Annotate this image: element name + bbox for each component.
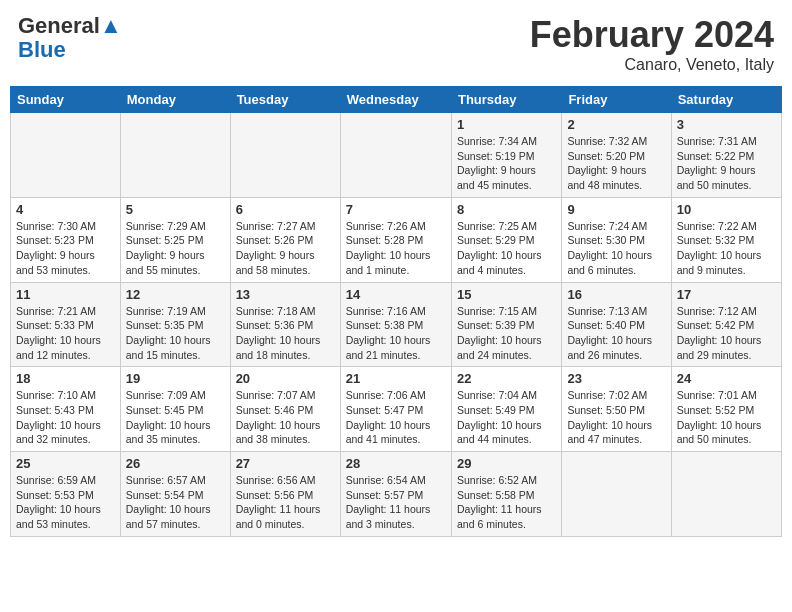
day-number: 23	[567, 371, 665, 386]
calendar-cell: 14Sunrise: 7:16 AM Sunset: 5:38 PM Dayli…	[340, 282, 451, 367]
calendar-cell: 26Sunrise: 6:57 AM Sunset: 5:54 PM Dayli…	[120, 452, 230, 537]
day-info: Sunrise: 7:02 AM Sunset: 5:50 PM Dayligh…	[567, 388, 665, 447]
day-info: Sunrise: 7:22 AM Sunset: 5:32 PM Dayligh…	[677, 219, 776, 278]
calendar-cell: 11Sunrise: 7:21 AM Sunset: 5:33 PM Dayli…	[11, 282, 121, 367]
day-number: 5	[126, 202, 225, 217]
day-number: 20	[236, 371, 335, 386]
calendar-cell: 17Sunrise: 7:12 AM Sunset: 5:42 PM Dayli…	[671, 282, 781, 367]
day-info: Sunrise: 6:59 AM Sunset: 5:53 PM Dayligh…	[16, 473, 115, 532]
day-info: Sunrise: 7:06 AM Sunset: 5:47 PM Dayligh…	[346, 388, 446, 447]
calendar-cell: 5Sunrise: 7:29 AM Sunset: 5:25 PM Daylig…	[120, 197, 230, 282]
calendar-cell: 3Sunrise: 7:31 AM Sunset: 5:22 PM Daylig…	[671, 113, 781, 198]
calendar-cell: 2Sunrise: 7:32 AM Sunset: 5:20 PM Daylig…	[562, 113, 671, 198]
logo-blue: Blue	[18, 38, 122, 62]
day-number: 2	[567, 117, 665, 132]
title-block: February 2024 Canaro, Veneto, Italy	[530, 14, 774, 74]
day-number: 1	[457, 117, 556, 132]
day-number: 19	[126, 371, 225, 386]
logo: General▲ Blue	[18, 14, 122, 62]
calendar-cell	[562, 452, 671, 537]
day-number: 4	[16, 202, 115, 217]
weekday-header-monday: Monday	[120, 87, 230, 113]
location: Canaro, Veneto, Italy	[530, 56, 774, 74]
day-number: 25	[16, 456, 115, 471]
calendar-cell	[340, 113, 451, 198]
weekday-header-sunday: Sunday	[11, 87, 121, 113]
calendar-cell: 23Sunrise: 7:02 AM Sunset: 5:50 PM Dayli…	[562, 367, 671, 452]
calendar-cell: 25Sunrise: 6:59 AM Sunset: 5:53 PM Dayli…	[11, 452, 121, 537]
day-info: Sunrise: 7:09 AM Sunset: 5:45 PM Dayligh…	[126, 388, 225, 447]
calendar-cell	[230, 113, 340, 198]
day-info: Sunrise: 7:21 AM Sunset: 5:33 PM Dayligh…	[16, 304, 115, 363]
calendar-cell: 6Sunrise: 7:27 AM Sunset: 5:26 PM Daylig…	[230, 197, 340, 282]
calendar-cell	[11, 113, 121, 198]
day-info: Sunrise: 7:26 AM Sunset: 5:28 PM Dayligh…	[346, 219, 446, 278]
day-number: 10	[677, 202, 776, 217]
calendar-cell: 12Sunrise: 7:19 AM Sunset: 5:35 PM Dayli…	[120, 282, 230, 367]
calendar-week-3: 11Sunrise: 7:21 AM Sunset: 5:33 PM Dayli…	[11, 282, 782, 367]
day-number: 16	[567, 287, 665, 302]
day-info: Sunrise: 7:25 AM Sunset: 5:29 PM Dayligh…	[457, 219, 556, 278]
day-info: Sunrise: 7:07 AM Sunset: 5:46 PM Dayligh…	[236, 388, 335, 447]
day-info: Sunrise: 6:57 AM Sunset: 5:54 PM Dayligh…	[126, 473, 225, 532]
day-info: Sunrise: 7:15 AM Sunset: 5:39 PM Dayligh…	[457, 304, 556, 363]
day-info: Sunrise: 7:29 AM Sunset: 5:25 PM Dayligh…	[126, 219, 225, 278]
logo-text: General▲	[18, 14, 122, 38]
calendar-cell: 21Sunrise: 7:06 AM Sunset: 5:47 PM Dayli…	[340, 367, 451, 452]
weekday-header-tuesday: Tuesday	[230, 87, 340, 113]
day-info: Sunrise: 7:19 AM Sunset: 5:35 PM Dayligh…	[126, 304, 225, 363]
day-info: Sunrise: 7:31 AM Sunset: 5:22 PM Dayligh…	[677, 134, 776, 193]
calendar-table: SundayMondayTuesdayWednesdayThursdayFrid…	[10, 86, 782, 537]
day-info: Sunrise: 7:32 AM Sunset: 5:20 PM Dayligh…	[567, 134, 665, 193]
weekday-header-friday: Friday	[562, 87, 671, 113]
day-number: 8	[457, 202, 556, 217]
day-number: 9	[567, 202, 665, 217]
weekday-header-saturday: Saturday	[671, 87, 781, 113]
calendar-cell	[120, 113, 230, 198]
calendar-cell: 10Sunrise: 7:22 AM Sunset: 5:32 PM Dayli…	[671, 197, 781, 282]
calendar-cell: 29Sunrise: 6:52 AM Sunset: 5:58 PM Dayli…	[451, 452, 561, 537]
weekday-header-row: SundayMondayTuesdayWednesdayThursdayFrid…	[11, 87, 782, 113]
calendar-cell: 16Sunrise: 7:13 AM Sunset: 5:40 PM Dayli…	[562, 282, 671, 367]
calendar-week-1: 1Sunrise: 7:34 AM Sunset: 5:19 PM Daylig…	[11, 113, 782, 198]
day-info: Sunrise: 7:18 AM Sunset: 5:36 PM Dayligh…	[236, 304, 335, 363]
calendar-cell: 22Sunrise: 7:04 AM Sunset: 5:49 PM Dayli…	[451, 367, 561, 452]
day-info: Sunrise: 7:16 AM Sunset: 5:38 PM Dayligh…	[346, 304, 446, 363]
calendar-cell: 9Sunrise: 7:24 AM Sunset: 5:30 PM Daylig…	[562, 197, 671, 282]
day-number: 7	[346, 202, 446, 217]
day-info: Sunrise: 7:04 AM Sunset: 5:49 PM Dayligh…	[457, 388, 556, 447]
day-number: 15	[457, 287, 556, 302]
calendar-cell: 19Sunrise: 7:09 AM Sunset: 5:45 PM Dayli…	[120, 367, 230, 452]
page-header: General▲ Blue February 2024 Canaro, Vene…	[10, 10, 782, 78]
day-number: 27	[236, 456, 335, 471]
calendar-cell: 28Sunrise: 6:54 AM Sunset: 5:57 PM Dayli…	[340, 452, 451, 537]
calendar-cell: 13Sunrise: 7:18 AM Sunset: 5:36 PM Dayli…	[230, 282, 340, 367]
calendar-cell: 15Sunrise: 7:15 AM Sunset: 5:39 PM Dayli…	[451, 282, 561, 367]
day-number: 13	[236, 287, 335, 302]
day-number: 14	[346, 287, 446, 302]
day-number: 11	[16, 287, 115, 302]
day-number: 17	[677, 287, 776, 302]
day-info: Sunrise: 7:12 AM Sunset: 5:42 PM Dayligh…	[677, 304, 776, 363]
day-info: Sunrise: 7:30 AM Sunset: 5:23 PM Dayligh…	[16, 219, 115, 278]
calendar-cell: 24Sunrise: 7:01 AM Sunset: 5:52 PM Dayli…	[671, 367, 781, 452]
calendar-cell: 7Sunrise: 7:26 AM Sunset: 5:28 PM Daylig…	[340, 197, 451, 282]
day-info: Sunrise: 7:27 AM Sunset: 5:26 PM Dayligh…	[236, 219, 335, 278]
day-number: 21	[346, 371, 446, 386]
weekday-header-wednesday: Wednesday	[340, 87, 451, 113]
day-info: Sunrise: 7:10 AM Sunset: 5:43 PM Dayligh…	[16, 388, 115, 447]
calendar-cell	[671, 452, 781, 537]
calendar-week-2: 4Sunrise: 7:30 AM Sunset: 5:23 PM Daylig…	[11, 197, 782, 282]
month-title: February 2024	[530, 14, 774, 56]
day-number: 18	[16, 371, 115, 386]
calendar-cell: 1Sunrise: 7:34 AM Sunset: 5:19 PM Daylig…	[451, 113, 561, 198]
day-info: Sunrise: 7:34 AM Sunset: 5:19 PM Dayligh…	[457, 134, 556, 193]
calendar-cell: 27Sunrise: 6:56 AM Sunset: 5:56 PM Dayli…	[230, 452, 340, 537]
calendar-cell: 8Sunrise: 7:25 AM Sunset: 5:29 PM Daylig…	[451, 197, 561, 282]
calendar-week-4: 18Sunrise: 7:10 AM Sunset: 5:43 PM Dayli…	[11, 367, 782, 452]
day-number: 26	[126, 456, 225, 471]
day-info: Sunrise: 7:13 AM Sunset: 5:40 PM Dayligh…	[567, 304, 665, 363]
calendar-cell: 18Sunrise: 7:10 AM Sunset: 5:43 PM Dayli…	[11, 367, 121, 452]
day-number: 6	[236, 202, 335, 217]
day-number: 28	[346, 456, 446, 471]
